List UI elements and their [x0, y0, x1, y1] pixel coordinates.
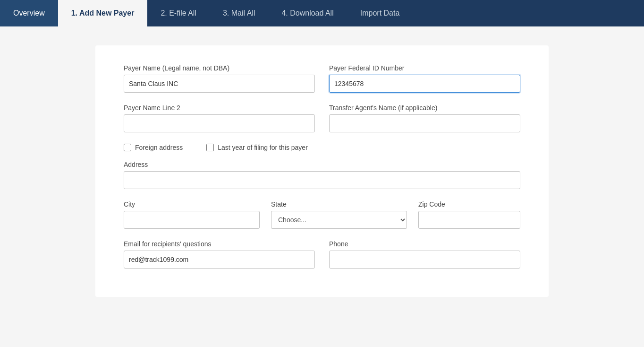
address-group: Address	[124, 161, 520, 189]
address-label: Address	[124, 161, 520, 168]
city-group: City	[124, 200, 260, 229]
nav-item-overview[interactable]: Overview	[0, 0, 58, 26]
email-input[interactable]	[124, 251, 315, 269]
zip-group: Zip Code	[418, 200, 520, 229]
state-select[interactable]: Choose... ALAKAZAR CACOCTDE FLGAHIID ILI…	[271, 211, 407, 229]
phone-group: Phone	[329, 240, 520, 269]
payer-federal-id-group: Payer Federal ID Number	[329, 64, 520, 93]
payer-name-line2-input[interactable]	[124, 114, 315, 132]
zip-input[interactable]	[418, 211, 520, 229]
transfer-agent-group: Transfer Agent's Name (if applicable)	[329, 104, 520, 132]
email-phone-row: Email for recipients' questions Phone	[124, 240, 520, 269]
foreign-address-label[interactable]: Foreign address	[135, 144, 183, 151]
phone-label: Phone	[329, 240, 520, 248]
nav-item-add-new-payer[interactable]: 1. Add New Payer	[58, 0, 148, 26]
nav-bar: Overview 1. Add New Payer 2. E-file All …	[0, 0, 644, 26]
payer-federal-id-input[interactable]	[329, 75, 520, 93]
transfer-agent-label: Transfer Agent's Name (if applicable)	[329, 104, 520, 112]
city-input[interactable]	[124, 211, 260, 229]
last-year-filing-label[interactable]: Last year of filing for this payer	[218, 144, 308, 151]
city-label: City	[124, 200, 260, 208]
state-label: State	[271, 200, 407, 208]
nav-item-download-all[interactable]: 4. Download All	[268, 0, 347, 26]
email-group: Email for recipients' questions	[124, 240, 315, 269]
payer-name-line2-label: Payer Name Line 2	[124, 104, 315, 112]
nav-item-mail-all[interactable]: 3. Mail All	[210, 0, 268, 26]
foreign-address-checkbox[interactable]	[124, 144, 131, 151]
nav-item-import-data[interactable]: Import Data	[347, 0, 413, 26]
phone-input[interactable]	[329, 251, 520, 269]
payer-name-label: Payer Name (Legal name, not DBA)	[124, 64, 315, 72]
nav-item-efile-all[interactable]: 2. E-file All	[147, 0, 210, 26]
address-row: Address	[124, 161, 520, 189]
state-group: State Choose... ALAKAZAR CACOCTDE FLGAHI…	[271, 200, 407, 229]
payer-name-line2-group: Payer Name Line 2	[124, 104, 315, 132]
foreign-address-group: Foreign address	[124, 144, 183, 151]
main-content: Payer Name (Legal name, not DBA) Payer F…	[95, 45, 549, 297]
checkbox-row: Foreign address Last year of filing for …	[124, 144, 520, 151]
payer-name-line2-row: Payer Name Line 2 Transfer Agent's Name …	[124, 104, 520, 132]
city-state-zip-row: City State Choose... ALAKAZAR CACOCTDE F…	[124, 200, 520, 229]
zip-label: Zip Code	[418, 200, 520, 208]
transfer-agent-input[interactable]	[329, 114, 520, 132]
last-year-filing-checkbox[interactable]	[206, 144, 214, 151]
address-input[interactable]	[124, 171, 520, 189]
payer-name-input[interactable]	[124, 75, 315, 93]
payer-federal-id-label: Payer Federal ID Number	[329, 64, 520, 72]
payer-name-row: Payer Name (Legal name, not DBA) Payer F…	[124, 64, 520, 93]
email-label: Email for recipients' questions	[124, 240, 315, 248]
last-year-filing-group: Last year of filing for this payer	[206, 144, 308, 151]
payer-name-group: Payer Name (Legal name, not DBA)	[124, 64, 315, 93]
